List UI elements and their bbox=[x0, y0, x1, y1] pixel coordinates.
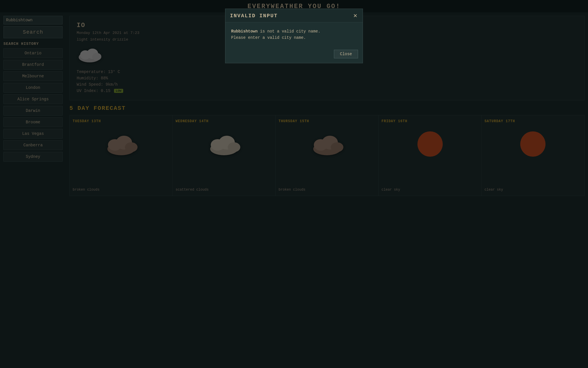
modal-error-message-2: Please enter a valid city name. bbox=[231, 35, 306, 40]
modal-close-x-button[interactable]: ✕ bbox=[353, 13, 358, 18]
modal-title: INVALID INPUT bbox=[230, 13, 278, 19]
modal-close-button[interactable]: Close bbox=[334, 50, 358, 58]
modal-box: INVALID INPUT ✕ Rubbishtown is not a val… bbox=[225, 9, 363, 63]
modal-overlay: INVALID INPUT ✕ Rubbishtown is not a val… bbox=[0, 0, 588, 368]
modal-error-city: Rubbishtown bbox=[231, 29, 258, 34]
modal-body: Rubbishtown is not a valid city name. Pl… bbox=[225, 22, 363, 47]
modal-error-message-1: is not a valid city name. bbox=[258, 29, 320, 34]
modal-footer: Close bbox=[225, 47, 363, 63]
modal-header: INVALID INPUT ✕ bbox=[225, 9, 363, 22]
